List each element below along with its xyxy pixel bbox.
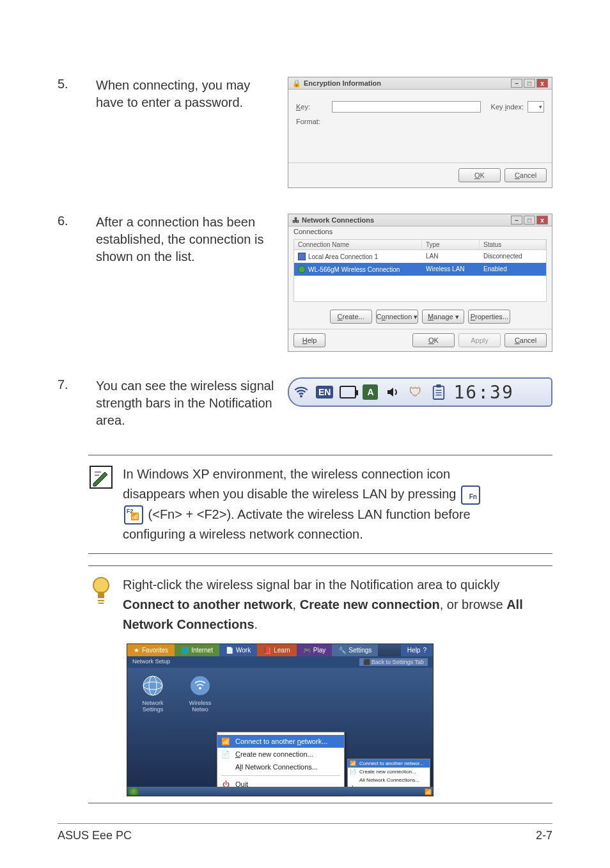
battery-icon[interactable] xyxy=(340,384,356,400)
wlan-icon xyxy=(298,265,306,273)
col-status[interactable]: Status xyxy=(480,240,546,249)
ctx-all-connections[interactable]: All Network Connections... xyxy=(217,761,344,773)
context-menu: 📶 Connect to another network... 📄 Create… xyxy=(217,732,345,794)
note2-end: . xyxy=(254,617,258,631)
row-type: Wireless LAN xyxy=(422,264,480,274)
note2-sep1: , xyxy=(293,597,300,612)
step-5-number: 5. xyxy=(58,77,96,91)
tab-internet[interactable]: 🌐 Internet xyxy=(175,644,219,656)
net-close-button[interactable]: x xyxy=(536,216,548,225)
row-name: Local Area Connection 1 xyxy=(308,253,378,260)
net-maximize-button[interactable]: □ xyxy=(524,216,535,225)
svg-point-13 xyxy=(143,676,162,695)
key-index-select[interactable]: ▾ xyxy=(528,101,544,113)
page-footer: ASUS Eee PC 2-7 xyxy=(58,823,552,842)
note-icon xyxy=(88,464,115,493)
minimize-button[interactable]: – xyxy=(511,79,522,88)
mini-create-new[interactable]: 📄Create new connection... xyxy=(348,768,430,776)
key-label: Key: xyxy=(296,103,328,111)
subbar-title: Network Setup xyxy=(132,658,170,666)
network-settings-icon[interactable]: Network Settings xyxy=(134,674,172,713)
connection-button[interactable]: Connection ▾ xyxy=(376,310,419,324)
f2-key-icon: F2📶 xyxy=(124,505,143,525)
network-dialog-title: Network Connections xyxy=(302,216,374,224)
tab-learn[interactable]: 📕 Learn xyxy=(257,644,297,656)
security-shield-icon[interactable]: 🛡 xyxy=(407,384,424,400)
tray-wifi-icon[interactable]: 📶 xyxy=(425,789,432,795)
note1-line1: In Windows XP environment, the wireless … xyxy=(123,467,450,481)
connections-menu[interactable]: Connections xyxy=(288,226,552,237)
tab-favorites[interactable]: ★ Favorites xyxy=(127,644,175,656)
col-type[interactable]: Type xyxy=(422,240,480,249)
note1-line3: (<Fn> + <F2>). Activate the wireless LAN… xyxy=(148,507,471,521)
tip-box-rightclick: Right-click the wireless signal bar in t… xyxy=(88,566,552,643)
note1-line2: disappears when you disable the wireless… xyxy=(123,487,460,501)
help-button[interactable]: Help xyxy=(293,333,325,347)
note2-sep2: , or browse xyxy=(440,597,506,612)
table-row[interactable]: Local Area Connection 1 LAN Disconnected xyxy=(294,250,546,263)
wireless-network-icon[interactable]: Wireless Netwo xyxy=(181,674,219,713)
desktop-screenshot: ★ Favorites 🌐 Internet 📄 Work 📕 Learn 🎮 … xyxy=(127,643,434,796)
net-cancel-button[interactable]: Cancel xyxy=(504,333,547,347)
tab-work[interactable]: 📄 Work xyxy=(219,644,257,656)
footer-product: ASUS Eee PC xyxy=(58,829,132,842)
properties-button[interactable]: Properties... xyxy=(468,310,510,324)
note2-b1: Connect to another network xyxy=(123,597,293,612)
encryption-dialog: 🔒 Encryption Information – □ x Key: Key … xyxy=(288,77,552,188)
svg-point-9 xyxy=(93,578,109,593)
tab-help[interactable]: Help ? xyxy=(401,644,433,656)
close-button[interactable]: x xyxy=(536,79,548,88)
network-connections-dialog: 🖧 Network Connections – □ x Connections … xyxy=(288,214,552,352)
encryption-cancel-button[interactable]: Cancel xyxy=(504,168,547,182)
taskbar: 📶 xyxy=(127,787,433,796)
col-connection-name[interactable]: Connection Name xyxy=(294,240,422,249)
svg-point-0 xyxy=(300,395,302,398)
step-6-number: 6. xyxy=(58,214,96,228)
network-dialog-icon: 🖧 xyxy=(292,216,299,224)
connections-table: Connection Name Type Status Local Area C… xyxy=(293,239,547,302)
format-label: Format: xyxy=(296,118,328,125)
key-index-label: Key index: xyxy=(491,103,524,111)
encryption-dialog-title: Encryption Information xyxy=(304,79,381,87)
encryption-ok-button[interactable]: OK xyxy=(458,168,501,182)
step-5-text: When connecting, you may have to enter a… xyxy=(96,77,288,111)
new-connection-icon: 📄 xyxy=(221,750,230,759)
lock-icon: 🔒 xyxy=(292,79,301,88)
net-apply-button: Apply xyxy=(458,333,501,347)
wifi-signal-icon[interactable] xyxy=(293,384,309,400)
step-6-text: After a connection has been established,… xyxy=(96,214,288,265)
row-name: WL-566gM Wireless Connection xyxy=(308,266,400,273)
tip-icon xyxy=(88,575,115,608)
row-type: LAN xyxy=(422,251,480,262)
tab-settings[interactable]: 🔧 Settings xyxy=(332,644,378,656)
net-minimize-button[interactable]: – xyxy=(511,216,522,225)
ctx-connect-another[interactable]: 📶 Connect to another network... xyxy=(217,735,344,748)
mini-connect-another[interactable]: 📶Connect to another networ... xyxy=(348,759,430,768)
maximize-button[interactable]: □ xyxy=(524,79,535,88)
svg-rect-10 xyxy=(98,592,104,598)
wifi-icon: 📶 xyxy=(350,761,356,767)
key-input[interactable] xyxy=(332,101,481,113)
start-button[interactable] xyxy=(129,787,139,795)
create-button[interactable]: Create... xyxy=(330,310,372,324)
manage-button[interactable]: Manage ▾ xyxy=(422,310,464,324)
keyboard-mode-icon[interactable]: A xyxy=(363,384,378,400)
footer-page-number: 2-7 xyxy=(536,829,552,842)
task-manager-icon[interactable] xyxy=(430,384,447,400)
svg-point-16 xyxy=(191,676,210,695)
clock[interactable]: 16:39 xyxy=(453,382,513,403)
note1-line4: configuring a wireless network connectio… xyxy=(123,527,363,541)
note-box-xp: In Windows XP environment, the wireless … xyxy=(88,455,552,553)
tab-play[interactable]: 🎮 Play xyxy=(297,644,332,656)
back-to-settings-button[interactable]: ⬛ Back to Settings Tab xyxy=(359,658,428,666)
table-row[interactable]: WL-566gM Wireless Connection Wireless LA… xyxy=(294,263,546,276)
svg-rect-2 xyxy=(437,384,441,388)
volume-icon[interactable] xyxy=(384,384,401,400)
ctx-create-new[interactable]: 📄 Create new connection... xyxy=(217,748,344,761)
note2-b2: Create new connection xyxy=(300,597,440,612)
note2-pre: Right-click the wireless signal bar in t… xyxy=(123,578,499,592)
net-ok-button[interactable]: OK xyxy=(412,333,455,347)
mini-all-connections[interactable]: All Network Connections... xyxy=(348,776,430,784)
new-connection-icon: 📄 xyxy=(350,769,356,775)
language-indicator[interactable]: EN xyxy=(316,386,333,398)
